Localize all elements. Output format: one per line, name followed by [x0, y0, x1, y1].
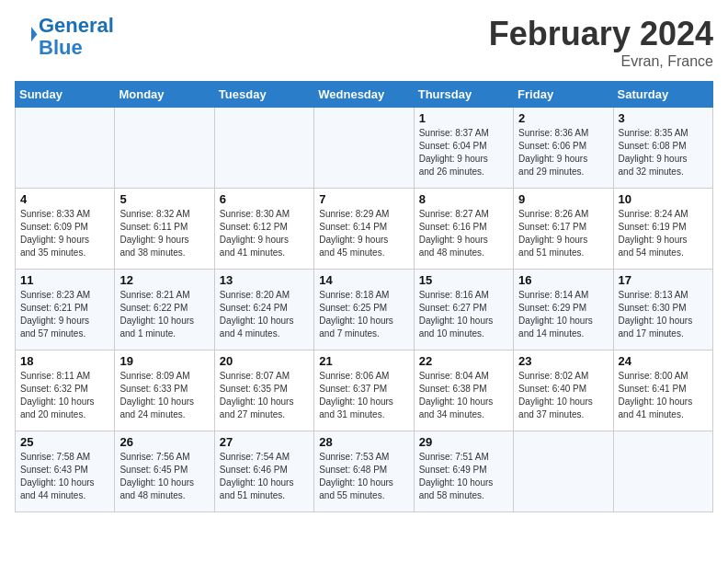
calendar-cell: 18Sunrise: 8:11 AM Sunset: 6:32 PM Dayli…	[16, 350, 115, 431]
day-number: 3	[619, 111, 708, 125]
day-info: Sunrise: 8:14 AM Sunset: 6:29 PM Dayligh…	[518, 289, 608, 340]
day-info: Sunrise: 8:18 AM Sunset: 6:25 PM Dayligh…	[319, 289, 408, 340]
page-header: General Blue February 2024 Evran, France	[15, 15, 713, 70]
week-row-0: 1Sunrise: 8:37 AM Sunset: 6:04 PM Daylig…	[16, 108, 713, 189]
calendar-cell: 10Sunrise: 8:24 AM Sunset: 6:19 PM Dayli…	[613, 189, 712, 270]
day-info: Sunrise: 8:07 AM Sunset: 6:35 PM Dayligh…	[220, 370, 309, 421]
day-number: 20	[220, 354, 309, 368]
calendar-subtitle: Evran, France	[489, 53, 713, 70]
day-info: Sunrise: 7:58 AM Sunset: 6:43 PM Dayligh…	[20, 451, 109, 502]
calendar-body: 1Sunrise: 8:37 AM Sunset: 6:04 PM Daylig…	[16, 108, 713, 512]
day-info: Sunrise: 8:13 AM Sunset: 6:30 PM Dayligh…	[619, 289, 708, 340]
calendar-cell	[514, 431, 613, 512]
day-number: 12	[119, 273, 209, 287]
calendar-cell: 24Sunrise: 8:00 AM Sunset: 6:41 PM Dayli…	[613, 350, 712, 431]
day-info: Sunrise: 7:56 AM Sunset: 6:45 PM Dayligh…	[119, 451, 209, 502]
day-info: Sunrise: 8:32 AM Sunset: 6:11 PM Dayligh…	[119, 208, 209, 259]
calendar-cell: 26Sunrise: 7:56 AM Sunset: 6:45 PM Dayli…	[115, 431, 214, 512]
logo-icon	[17, 24, 39, 46]
day-number: 11	[20, 273, 109, 287]
calendar-cell: 22Sunrise: 8:04 AM Sunset: 6:38 PM Dayli…	[414, 350, 513, 431]
calendar-cell: 21Sunrise: 8:06 AM Sunset: 6:37 PM Dayli…	[314, 350, 414, 431]
calendar-cell: 7Sunrise: 8:29 AM Sunset: 6:14 PM Daylig…	[314, 189, 414, 270]
day-info: Sunrise: 8:29 AM Sunset: 6:14 PM Dayligh…	[319, 208, 408, 259]
day-number: 8	[419, 192, 508, 206]
calendar-cell	[613, 431, 712, 512]
calendar-cell: 16Sunrise: 8:14 AM Sunset: 6:29 PM Dayli…	[514, 270, 613, 350]
calendar-cell: 1Sunrise: 8:37 AM Sunset: 6:04 PM Daylig…	[414, 108, 513, 189]
day-info: Sunrise: 8:30 AM Sunset: 6:12 PM Dayligh…	[220, 208, 309, 259]
calendar-cell: 17Sunrise: 8:13 AM Sunset: 6:30 PM Dayli…	[613, 270, 712, 350]
calendar-header: SundayMondayTuesdayWednesdayThursdayFrid…	[16, 82, 713, 108]
day-number: 26	[119, 435, 209, 449]
calendar-cell: 2Sunrise: 8:36 AM Sunset: 6:06 PM Daylig…	[514, 108, 613, 189]
day-info: Sunrise: 8:06 AM Sunset: 6:37 PM Dayligh…	[319, 370, 408, 421]
calendar-cell: 13Sunrise: 8:20 AM Sunset: 6:24 PM Dayli…	[214, 270, 313, 350]
day-info: Sunrise: 8:04 AM Sunset: 6:38 PM Dayligh…	[419, 370, 508, 421]
day-info: Sunrise: 8:24 AM Sunset: 6:19 PM Dayligh…	[619, 208, 708, 259]
day-number: 19	[119, 354, 209, 368]
calendar-cell: 6Sunrise: 8:30 AM Sunset: 6:12 PM Daylig…	[214, 189, 313, 270]
day-info: Sunrise: 8:09 AM Sunset: 6:33 PM Dayligh…	[119, 370, 209, 421]
calendar-cell: 12Sunrise: 8:21 AM Sunset: 6:22 PM Dayli…	[115, 270, 214, 350]
calendar-cell: 9Sunrise: 8:26 AM Sunset: 6:17 PM Daylig…	[514, 189, 613, 270]
day-info: Sunrise: 8:02 AM Sunset: 6:40 PM Dayligh…	[518, 370, 608, 421]
day-number: 1	[419, 111, 508, 125]
day-number: 22	[419, 354, 508, 368]
col-header-sunday: Sunday	[16, 82, 115, 108]
calendar-cell: 20Sunrise: 8:07 AM Sunset: 6:35 PM Dayli…	[214, 350, 313, 431]
col-header-wednesday: Wednesday	[314, 82, 414, 108]
calendar-cell	[115, 108, 214, 189]
day-number: 28	[319, 435, 408, 449]
calendar-title: February 2024	[489, 15, 713, 53]
calendar-table: SundayMondayTuesdayWednesdayThursdayFrid…	[15, 81, 713, 512]
day-info: Sunrise: 8:33 AM Sunset: 6:09 PM Dayligh…	[20, 208, 109, 259]
calendar-cell	[16, 108, 115, 189]
day-info: Sunrise: 8:11 AM Sunset: 6:32 PM Dayligh…	[20, 370, 109, 421]
day-number: 29	[419, 435, 508, 449]
week-row-2: 11Sunrise: 8:23 AM Sunset: 6:21 PM Dayli…	[16, 270, 713, 350]
day-info: Sunrise: 8:21 AM Sunset: 6:22 PM Dayligh…	[119, 289, 209, 340]
day-number: 13	[220, 273, 309, 287]
col-header-thursday: Thursday	[414, 82, 513, 108]
day-number: 17	[619, 273, 708, 287]
day-number: 15	[419, 273, 508, 287]
svg-marker-0	[31, 27, 37, 41]
calendar-cell: 27Sunrise: 7:54 AM Sunset: 6:46 PM Dayli…	[214, 431, 313, 512]
day-number: 21	[319, 354, 408, 368]
day-info: Sunrise: 7:51 AM Sunset: 6:49 PM Dayligh…	[419, 451, 508, 502]
day-info: Sunrise: 7:53 AM Sunset: 6:48 PM Dayligh…	[319, 451, 408, 502]
calendar-cell: 5Sunrise: 8:32 AM Sunset: 6:11 PM Daylig…	[115, 189, 214, 270]
day-number: 10	[619, 192, 708, 206]
title-block: February 2024 Evran, France	[489, 15, 713, 70]
day-info: Sunrise: 8:20 AM Sunset: 6:24 PM Dayligh…	[220, 289, 309, 340]
logo-text: General Blue	[39, 15, 114, 59]
week-row-3: 18Sunrise: 8:11 AM Sunset: 6:32 PM Dayli…	[16, 350, 713, 431]
logo-line1: General	[39, 14, 114, 37]
header-row: SundayMondayTuesdayWednesdayThursdayFrid…	[16, 82, 713, 108]
day-number: 2	[518, 111, 608, 125]
calendar-cell: 25Sunrise: 7:58 AM Sunset: 6:43 PM Dayli…	[16, 431, 115, 512]
calendar-cell: 19Sunrise: 8:09 AM Sunset: 6:33 PM Dayli…	[115, 350, 214, 431]
day-info: Sunrise: 8:23 AM Sunset: 6:21 PM Dayligh…	[20, 289, 109, 340]
week-row-4: 25Sunrise: 7:58 AM Sunset: 6:43 PM Dayli…	[16, 431, 713, 512]
day-number: 6	[220, 192, 309, 206]
day-info: Sunrise: 8:37 AM Sunset: 6:04 PM Dayligh…	[419, 127, 508, 178]
calendar-cell: 23Sunrise: 8:02 AM Sunset: 6:40 PM Dayli…	[514, 350, 613, 431]
day-number: 16	[518, 273, 608, 287]
day-info: Sunrise: 7:54 AM Sunset: 6:46 PM Dayligh…	[220, 451, 309, 502]
logo-line2: Blue	[39, 36, 83, 59]
col-header-saturday: Saturday	[613, 82, 712, 108]
calendar-cell: 28Sunrise: 7:53 AM Sunset: 6:48 PM Dayli…	[314, 431, 414, 512]
logo: General Blue	[15, 15, 114, 59]
day-number: 25	[20, 435, 109, 449]
calendar-cell: 29Sunrise: 7:51 AM Sunset: 6:49 PM Dayli…	[414, 431, 513, 512]
day-info: Sunrise: 8:36 AM Sunset: 6:06 PM Dayligh…	[518, 127, 608, 178]
day-number: 4	[20, 192, 109, 206]
day-info: Sunrise: 8:26 AM Sunset: 6:17 PM Dayligh…	[518, 208, 608, 259]
day-number: 7	[319, 192, 408, 206]
day-info: Sunrise: 8:27 AM Sunset: 6:16 PM Dayligh…	[419, 208, 508, 259]
calendar-cell: 15Sunrise: 8:16 AM Sunset: 6:27 PM Dayli…	[414, 270, 513, 350]
day-number: 27	[220, 435, 309, 449]
calendar-cell	[214, 108, 313, 189]
